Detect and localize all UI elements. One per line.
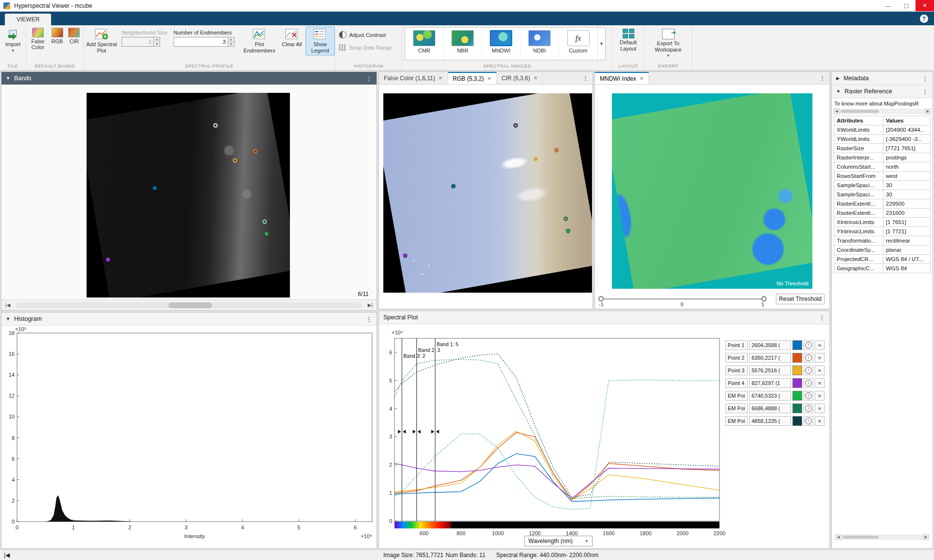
raster-table-row[interactable]: RasterInterpr...postings [834, 153, 931, 162]
raster-attribute-cell[interactable]: XWorldLimits [834, 125, 883, 135]
image-point-marker[interactable] [555, 148, 559, 152]
info-horizontal-scrollbar[interactable]: ◀ ▶ [833, 108, 931, 114]
image-point-marker[interactable] [153, 186, 157, 190]
raster-table-row[interactable]: CoordinateSy...planar [834, 245, 931, 255]
raster-table-row[interactable]: ProjectedCR...WGS 84 / UT... [834, 255, 931, 264]
adjust-contrast-button[interactable]: Adjust Contrast [335, 29, 390, 40]
legend-point-label[interactable]: EM Poi [725, 403, 748, 413]
raster-table-row[interactable]: RasterSize[7721 7651] [834, 144, 931, 153]
spin-up-icon[interactable]: ▲ [228, 37, 234, 42]
kebab-menu-icon[interactable]: ⋮ [819, 74, 829, 82]
scroll-left-icon[interactable]: ◀ [835, 534, 842, 540]
collapse-icon[interactable]: ▼ [836, 89, 841, 94]
gallery-item-custom[interactable]: fx Custom [559, 28, 597, 60]
raster-table-row[interactable]: YIntrinsicLimits[1 7721] [834, 227, 931, 236]
raster-value-cell[interactable]: [1 7721] [883, 227, 931, 236]
help-icon[interactable]: ? [920, 15, 928, 23]
false-color-button[interactable]: False Color [28, 27, 48, 51]
num-endmembers-spin-buttons[interactable]: ▲▼ [228, 37, 234, 47]
raster-value-cell[interactable]: [-3629400 -3... [883, 135, 931, 144]
gallery-item-ndbi[interactable]: NDBI [521, 28, 559, 60]
legend-info-button[interactable]: i [804, 403, 813, 413]
legend-info-button[interactable]: i [804, 366, 813, 375]
raster-attribute-cell[interactable]: XIntrinsicLimits [834, 218, 883, 227]
raster-value-cell[interactable]: 229500 [883, 199, 931, 209]
raster-value-cell[interactable]: [7721 7651] [883, 144, 931, 153]
raster-value-cell[interactable]: 231600 [883, 209, 931, 218]
legend-point-value[interactable]: 6350,2217 ( [749, 353, 791, 363]
minimize-button[interactable]: — [879, 0, 897, 11]
kebab-menu-icon[interactable]: ⋮ [922, 75, 928, 82]
table-horizontal-scrollbar[interactable]: ◀ ▶ [835, 534, 929, 540]
cir-button[interactable]: CIR [66, 27, 82, 45]
image-point-marker[interactable] [106, 258, 110, 262]
legend-point-value[interactable]: 6686,4888 ( [749, 403, 791, 413]
image-point-marker[interactable] [564, 217, 568, 221]
legend-point-label[interactable]: Point 1 [725, 340, 748, 350]
plot-endmembers-button[interactable]: Plot Endmembers [241, 27, 278, 55]
raster-attribute-cell[interactable]: RasterExtentI... [834, 209, 883, 218]
neighborhood-size-input[interactable] [122, 37, 154, 47]
raster-value-cell[interactable]: west [883, 172, 931, 181]
raster-table-row[interactable]: RasterExtentI...231600 [834, 209, 931, 218]
threshold-slider-handle-max[interactable] [761, 296, 767, 301]
legend-close-button[interactable]: ✕ [815, 340, 825, 350]
legend-info-button[interactable]: i [804, 340, 813, 350]
clear-all-button[interactable]: Clear All [278, 27, 305, 50]
wavelength-dropdown[interactable]: Wavelength (nm) ▼ [524, 536, 593, 546]
scrollbar-track[interactable] [842, 535, 923, 540]
collapse-icon[interactable]: ▼ [6, 316, 10, 321]
scrollbar-thumb[interactable] [841, 110, 879, 113]
histogram-chart[interactable]: 0246810121416180123456×10⁵×10⁴Intensity [1, 325, 377, 548]
raster-value-cell[interactable]: planar [883, 245, 931, 255]
snap-data-range-button[interactable]: Snap Data Range [335, 42, 395, 52]
image-point-marker[interactable] [514, 123, 518, 127]
tab-cir[interactable]: CIR (5,3,6) ✕ [497, 72, 543, 84]
import-button[interactable]: Import ▼ [4, 27, 22, 55]
kebab-menu-icon[interactable]: ⋮ [366, 75, 372, 82]
image-point-marker[interactable] [403, 254, 408, 258]
raster-value-cell[interactable]: [204900 4344... [883, 125, 931, 135]
image-point-marker[interactable] [214, 123, 218, 128]
raster-reference-header[interactable]: ▼ Raster Reference ⋮ [832, 85, 933, 98]
raster-attribute-cell[interactable]: ColumnsStart... [834, 162, 883, 172]
raster-attribute-cell[interactable]: RasterSize [834, 144, 883, 153]
legend-color-swatch[interactable] [792, 416, 802, 426]
reset-threshold-button[interactable]: Reset Threshold [776, 294, 825, 304]
legend-info-button[interactable]: i [804, 353, 813, 363]
scroll-right-icon[interactable]: ▶ [923, 534, 929, 540]
last-band-button[interactable]: ▶| [364, 300, 377, 310]
legend-close-button[interactable]: ✕ [815, 416, 825, 426]
raster-value-cell[interactable]: WGS 84 / UT... [883, 255, 931, 264]
spin-up-icon[interactable]: ▲ [154, 37, 160, 42]
image-point-marker[interactable] [264, 232, 269, 236]
legend-point-value[interactable]: 2604,3588 ( [749, 340, 791, 350]
bands-image[interactable] [87, 93, 290, 298]
raster-attribute-cell[interactable]: RasterExtentI... [834, 199, 883, 209]
raster-attribute-cell[interactable]: SampleSpaci... [834, 190, 883, 199]
raster-value-cell[interactable]: postings [883, 153, 931, 162]
legend-point-label[interactable]: EM Poi [725, 391, 748, 401]
tab-viewer[interactable]: VIEWER [5, 14, 51, 25]
band-scrollbar-thumb[interactable] [168, 302, 212, 308]
legend-point-value[interactable]: 6740,5323 ( [749, 391, 791, 401]
scroll-left-icon[interactable]: ◀ [833, 108, 840, 114]
close-icon[interactable]: ✕ [534, 75, 538, 81]
rgb-image[interactable] [383, 93, 592, 293]
default-layout-button[interactable]: Default Layout [615, 27, 642, 53]
num-endmembers-input[interactable] [174, 37, 228, 47]
legend-point-value[interactable]: 827,6297 (1 [749, 378, 791, 388]
raster-attribute-cell[interactable]: SampleSpaci... [834, 181, 883, 190]
tab-mndwi-index[interactable]: MNDWI Index ✕ [595, 72, 649, 84]
kebab-menu-icon[interactable]: ⋮ [366, 315, 372, 323]
raster-attribute-cell[interactable]: ProjectedCR... [834, 255, 883, 264]
maximize-button[interactable]: ▢ [897, 0, 916, 11]
spin-down-icon[interactable]: ▼ [228, 42, 234, 47]
image-point-marker[interactable] [451, 184, 455, 188]
raster-value-cell[interactable]: 30 [883, 181, 931, 190]
raster-attribute-cell[interactable]: YWorldLimits [834, 135, 883, 144]
raster-table-row[interactable]: GeographicC...WGS 84 [834, 264, 931, 273]
legend-info-button[interactable]: i [804, 378, 813, 388]
raster-table-row[interactable]: ColumnsStart...north [834, 162, 931, 172]
gallery-item-mndwi[interactable]: MNDWI [482, 28, 521, 60]
